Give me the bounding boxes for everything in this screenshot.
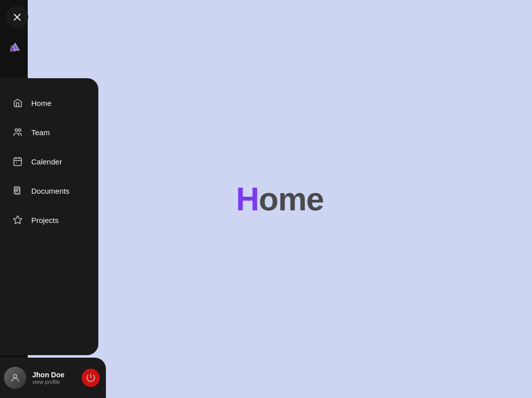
svg-point-4: [19, 129, 21, 131]
projects-icon: [12, 214, 23, 225]
sidebar-item-home-label: Home: [31, 99, 51, 107]
main-content: Home: [28, 0, 532, 398]
user-info: Jhon Doe view profile: [32, 371, 76, 385]
sidebar-item-documents[interactable]: Documents: [0, 176, 98, 205]
page-title-rest: ome: [259, 181, 324, 217]
view-profile-link[interactable]: view profile: [32, 379, 76, 385]
svg-point-9: [14, 374, 17, 378]
avatar: [4, 367, 26, 389]
user-name: Jhon Doe: [32, 371, 76, 379]
page-title-colored: H: [236, 181, 259, 217]
app-logo: [4, 36, 26, 59]
sidebar-item-projects[interactable]: Projects: [0, 205, 98, 235]
documents-icon: [12, 185, 23, 196]
sidebar-item-home[interactable]: Home: [0, 88, 98, 118]
sidebar-item-calendar[interactable]: Calender: [0, 147, 98, 176]
calendar-icon: [12, 156, 23, 167]
page-title: Home: [236, 181, 324, 218]
home-icon: [12, 97, 23, 108]
user-bar: Jhon Doe view profile: [0, 358, 106, 398]
sidebar-item-calendar-label: Calender: [31, 157, 62, 166]
svg-marker-8: [14, 216, 22, 224]
sidebar-panel: Home Team Calender: [0, 78, 98, 355]
power-button[interactable]: [82, 369, 100, 387]
sidebar-item-projects-label: Projects: [31, 216, 58, 224]
sidebar-item-team-label: Team: [31, 128, 50, 137]
svg-rect-5: [14, 158, 22, 165]
sidebar-item-team[interactable]: Team: [0, 118, 98, 147]
team-icon: [12, 127, 23, 138]
close-button[interactable]: [6, 6, 28, 28]
sidebar-item-documents-label: Documents: [31, 187, 70, 195]
svg-point-3: [15, 129, 18, 131]
